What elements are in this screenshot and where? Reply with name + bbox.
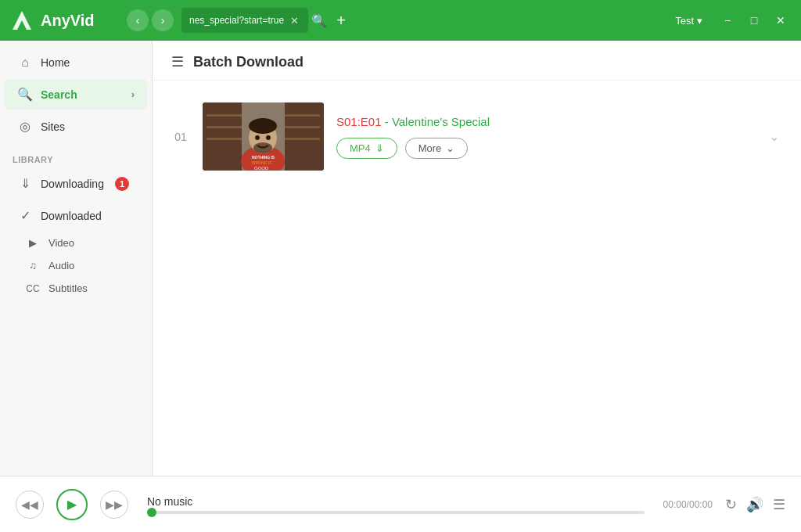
previous-button[interactable]: ◀◀ xyxy=(16,491,44,519)
content-body: 01 xyxy=(153,81,801,476)
video-title: S01:E01 - Valentine's Special xyxy=(336,115,753,128)
home-icon: ⌂ xyxy=(17,56,33,70)
player-bar: ◀◀ ▶ ▶▶ No music 00:00/00:00 ↻ 🔊 ☰ xyxy=(0,476,801,532)
svg-text:NOTHING IS: NOTHING IS xyxy=(252,155,275,160)
sidebar-item-downloaded[interactable]: ✓ Downloaded xyxy=(5,200,147,231)
user-chevron-icon: ▾ xyxy=(697,15,702,27)
video-list-item: 01 xyxy=(171,93,782,180)
sidebar-subtitles-label: Subtitles xyxy=(48,282,88,294)
user-label: Test xyxy=(675,15,694,27)
sidebar-item-audio[interactable]: ♫ Audio xyxy=(0,254,152,277)
downloading-icon: ⇓ xyxy=(17,176,33,191)
video-actions: MP4 ⇓ More ⌄ xyxy=(336,138,753,159)
thumbnail: NOTHING IS WRONG IF GOOD 24:46 xyxy=(203,102,324,171)
svg-rect-8 xyxy=(281,114,320,117)
sidebar-item-home[interactable]: ⌂ Home xyxy=(5,48,147,77)
collapse-button[interactable]: ⌄ xyxy=(766,126,782,147)
sidebar-downloaded-label: Downloaded xyxy=(41,210,102,222)
sidebar-audio-label: Audio xyxy=(48,260,74,271)
svg-point-14 xyxy=(249,118,277,134)
nav-buttons: ‹ › xyxy=(127,9,174,31)
svg-rect-7 xyxy=(207,138,246,140)
sidebar-video-label: Video xyxy=(48,237,74,249)
svg-text:WRONG IF: WRONG IF xyxy=(252,160,272,165)
svg-rect-6 xyxy=(207,126,246,128)
svg-point-15 xyxy=(255,135,260,140)
player-info: No music xyxy=(141,495,651,514)
svg-point-16 xyxy=(266,135,271,140)
search-arrow-icon: › xyxy=(131,89,135,100)
sidebar-item-video[interactable]: ▶ Video xyxy=(0,232,152,254)
search-nav-icon: 🔍 xyxy=(17,87,33,102)
back-button[interactable]: ‹ xyxy=(127,9,149,31)
maximize-button[interactable]: □ xyxy=(743,9,765,31)
sidebar-downloading-label: Downloading xyxy=(41,178,104,190)
close-button[interactable]: ✕ xyxy=(770,9,792,31)
volume-button[interactable]: 🔊 xyxy=(746,496,763,513)
player-progress xyxy=(147,511,645,514)
minimize-button[interactable]: − xyxy=(717,9,738,31)
batch-download-icon: ☰ xyxy=(171,53,184,70)
content-area: ☰ Batch Download 01 xyxy=(153,41,801,476)
download-mp4-button[interactable]: MP4 ⇓ xyxy=(336,138,397,159)
tab-close-button[interactable]: ✕ xyxy=(289,15,300,27)
sidebar: ⌂ Home 🔍 Search › ◎ Sites Library ⇓ Down… xyxy=(0,41,153,476)
download-icon: ⇓ xyxy=(375,142,384,154)
more-label: More xyxy=(418,142,442,154)
sidebar-item-downloading[interactable]: ⇓ Downloading 1 xyxy=(5,168,147,199)
play-button[interactable]: ▶ xyxy=(56,489,88,520)
downloading-badge: 1 xyxy=(115,177,129,191)
subtitles-icon: CC xyxy=(25,283,41,294)
title-text: - Valentine's Special xyxy=(382,115,490,128)
video-info: S01:E01 - Valentine's Special MP4 ⇓ More… xyxy=(336,115,753,159)
player-right-controls: ↻ 🔊 ☰ xyxy=(725,496,785,513)
svg-text:GOOD: GOOD xyxy=(254,166,269,171)
tab-url: nes_special?start=true xyxy=(189,15,284,26)
more-button[interactable]: More ⌄ xyxy=(405,138,469,159)
svg-rect-10 xyxy=(281,138,320,140)
sidebar-search-label: Search xyxy=(41,88,77,101)
progress-bar[interactable] xyxy=(147,511,645,514)
video-icon: ▶ xyxy=(25,237,41,249)
active-tab[interactable]: nes_special?start=true ✕ xyxy=(181,8,308,33)
more-chevron-icon: ⌄ xyxy=(446,142,454,154)
logo-icon xyxy=(9,8,34,33)
window-controls: − □ ✕ xyxy=(717,9,792,31)
search-icon[interactable]: 🔍 xyxy=(311,13,327,28)
main-layout: ⌂ Home 🔍 Search › ◎ Sites Library ⇓ Down… xyxy=(0,41,801,476)
audio-icon: ♫ xyxy=(25,260,41,271)
tab-bar: nes_special?start=true ✕ 🔍 + xyxy=(181,8,661,33)
svg-rect-9 xyxy=(281,126,320,128)
thumbnail-image: NOTHING IS WRONG IF GOOD xyxy=(203,102,324,171)
svg-rect-5 xyxy=(207,114,246,117)
sidebar-item-search[interactable]: 🔍 Search › xyxy=(5,79,147,110)
item-number: 01 xyxy=(171,131,190,143)
page-title: Batch Download xyxy=(193,54,304,70)
progress-indicator xyxy=(147,508,156,517)
app-name: AnyVid xyxy=(41,12,95,30)
sidebar-home-label: Home xyxy=(41,56,70,69)
now-playing-label: No music xyxy=(147,495,645,508)
logo-area: AnyVid xyxy=(9,8,119,33)
new-tab-button[interactable]: + xyxy=(330,9,352,31)
svg-point-17 xyxy=(253,142,272,153)
sidebar-item-sites[interactable]: ◎ Sites xyxy=(5,111,147,142)
next-button[interactable]: ▶▶ xyxy=(100,491,128,519)
playlist-button[interactable]: ☰ xyxy=(773,496,785,513)
sidebar-item-subtitles[interactable]: CC Subtitles xyxy=(0,277,152,300)
repeat-button[interactable]: ↻ xyxy=(725,496,737,513)
mp4-label: MP4 xyxy=(350,142,371,154)
episode-label: S01:E01 xyxy=(336,115,382,128)
sidebar-sites-label: Sites xyxy=(41,120,65,133)
forward-button[interactable]: › xyxy=(152,9,174,31)
sites-icon: ◎ xyxy=(17,119,33,134)
thumbnail-svg: NOTHING IS WRONG IF GOOD xyxy=(203,102,324,171)
library-section-label: Library xyxy=(0,147,152,167)
player-time: 00:00/00:00 xyxy=(663,499,713,510)
content-header: ☰ Batch Download xyxy=(153,41,801,81)
user-menu-button[interactable]: Test ▾ xyxy=(669,12,709,30)
titlebar: AnyVid ‹ › nes_special?start=true ✕ 🔍 + … xyxy=(0,0,801,41)
downloaded-icon: ✓ xyxy=(17,208,33,223)
